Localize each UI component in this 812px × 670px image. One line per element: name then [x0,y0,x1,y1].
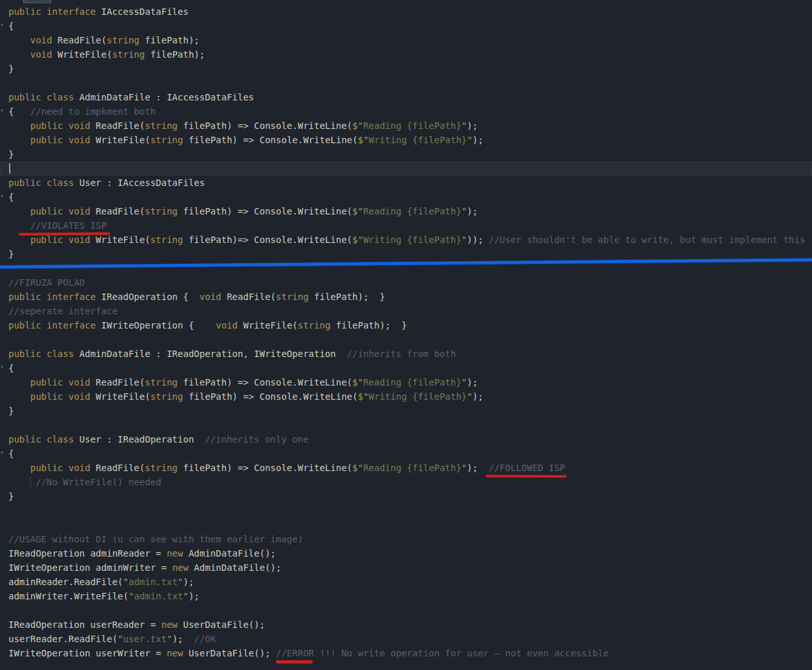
code-line[interactable]: //seperate interface [0,304,812,318]
code-line[interactable]: } [0,404,812,418]
code-token: string [145,377,178,387]
code-token: string [145,121,178,131]
code-line[interactable] [0,332,812,347]
code-token: WriteFile( [96,135,150,145]
code-line[interactable] [0,503,812,518]
code-line[interactable]: public void ReadFile(string filePath) =>… [0,119,812,133]
code-token: $" [357,391,368,402]
code-line[interactable]: public void ReadFile(string filePath) =>… [0,461,812,475]
code-line[interactable]: } [0,147,812,161]
code-token: AdminDataFile : IReadOperation, IWriteOp… [80,349,347,359]
code-line[interactable]: } [0,62,812,76]
code-line[interactable]: public class AdminDataFile : IAccessData… [0,90,812,104]
code-token: IReadOperation adminReader = [8,548,166,559]
code-token: " [183,591,188,601]
code-line[interactable]: adminWriter.WriteFile("admin.txt"); [0,589,812,603]
code-line[interactable] [0,518,812,532]
code-token: ReadFile( [227,292,276,302]
code-line[interactable]: ▾{ [0,446,812,461]
code-token: } [8,249,14,259]
code-line[interactable]: //VIOLATES ISP [0,218,812,233]
code-token: void [199,292,227,302]
code-token: //USAGE without DI (u can see with them … [8,534,303,544]
code-token: filePath) => Console.WriteLine( [177,377,352,387]
code-line[interactable]: public class User : IReadOperation //inh… [0,432,812,446]
code-token: //need to impkment both [30,106,156,117]
code-line[interactable]: //USAGE without DI (u can see with them … [0,532,812,546]
code-token: adminWriter.WriteFile( [8,591,128,601]
code-token: string [276,292,309,302]
code-line[interactable]: public void ReadFile(string filePath) =>… [0,204,812,218]
code-token: " [462,463,467,473]
code-token: { [8,106,30,117]
code-token: } [8,406,14,416]
code-token: " [462,235,467,245]
code-line[interactable]: userReader.ReadFile("user.txt"); //OK [0,632,812,646]
code-line[interactable] [0,76,812,90]
code-line[interactable]: public class AdminDataFile : IReadOperat… [0,347,812,361]
code-token: Writing {filePath} [363,235,462,245]
fold-toggle-icon[interactable]: ▾ [0,189,8,203]
code-line[interactable]: public void WriteFile(string filePath)=>… [0,233,812,247]
code-token: AdminDataFile(); [188,548,276,559]
fold-toggle-icon[interactable]: ▾ [0,104,8,118]
code-line[interactable]: public void WriteFile(string filePath) =… [0,389,812,404]
code-line[interactable]: void WriteFile(string filePath); [0,47,812,62]
code-line[interactable]: //No WriteFile() needed [0,475,812,489]
code-line[interactable] [0,418,812,432]
code-line[interactable]: IReadOperation adminReader = new AdminDa… [0,546,812,560]
code-token: Reading {filePath} [363,206,462,216]
code-line[interactable]: adminReader.ReadFile("admin.txt"); [0,575,812,589]
code-line[interactable]: public void WriteFile(string filePath) =… [0,133,812,147]
code-token: new [161,619,183,630]
code-token: $" [352,463,363,473]
code-line[interactable]: IWriteOperation userWriter = new UserDat… [0,646,812,660]
fold-toggle-icon[interactable]: ▾ [0,360,8,375]
code-token: userReader.ReadFile( [8,634,118,644]
code-token: Reading {filePath} [363,377,462,387]
code-line[interactable]: public interface IReadOperation { void R… [0,290,812,304]
code-line[interactable]: ▾{ [0,190,812,204]
code-token: WriteFile( [96,235,150,245]
code-token: adminReader.ReadFile( [8,577,123,587]
code-token: WriteFile( [96,391,150,402]
code-line[interactable]: public interface IWriteOperation { void … [0,318,812,332]
code-editor[interactable]: public interface IAccessDataFiles▾{ void… [0,0,812,670]
code-token: } [8,491,14,502]
code-line[interactable]: public interface IAccessDataFiles [0,5,812,19]
code-line[interactable]: ▾{ //need to impkment both [0,104,812,119]
code-line[interactable]: //FIRUZA POLAD [0,275,812,290]
code-token: string [112,49,145,60]
code-token: string [150,235,183,245]
code-line[interactable]: } [0,489,812,503]
code-line[interactable]: ▾{ [0,361,812,375]
code-token: ReadFile( [96,206,145,216]
code-token: ); [467,206,478,216]
code-token: Writing {filePath} [368,391,467,402]
code-token: filePath); } [309,292,385,302]
code-line[interactable]: public class User : IAccessDataFiles [0,176,812,190]
code-line[interactable]: void ReadFile(string filePath); [0,33,812,47]
code-token: //FIRUZA POLAD [8,277,85,288]
code-line[interactable]: ▾{ [0,19,812,33]
code-token: ); [472,391,483,402]
code-token: //inherits from both [347,349,457,359]
code-area[interactable]: public interface IAccessDataFiles▾{ void… [0,0,812,660]
code-line[interactable]: public void ReadFile(string filePath) =>… [0,375,812,389]
fold-toggle-icon[interactable]: ▾ [0,18,8,32]
code-token: ReadFile( [58,35,107,45]
code-line[interactable]: IReadOperation userReader = new UserData… [0,618,812,632]
code-token: Reading {filePath} [363,121,462,131]
code-token: ); [467,377,478,387]
fold-toggle-icon[interactable]: ▾ [0,446,8,460]
code-token: " [462,377,467,387]
code-token: ); [467,463,489,473]
code-line[interactable]: IWriteOperation adminWriter = new AdminD… [0,560,812,575]
code-token: public void [8,463,96,473]
code-line-current[interactable] [0,161,812,176]
code-token [8,220,30,231]
code-token: UserDataFile(); [188,648,276,658]
code-token: //No WriteFile() needed [36,477,161,487]
code-line[interactable] [0,603,812,618]
code-token: UserDataFile(); [183,619,265,630]
